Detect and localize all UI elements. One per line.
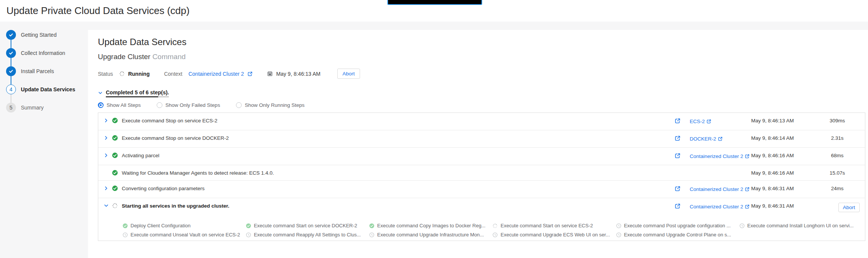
- success-check-icon: [369, 223, 374, 228]
- success-check-icon: [112, 135, 118, 141]
- pending-clock-icon: [739, 223, 745, 228]
- step-duration: 15.07s: [815, 170, 860, 176]
- filter-radio-show-all-steps[interactable]: Show All Steps: [98, 102, 141, 108]
- open-step-details-icon[interactable]: [675, 153, 690, 159]
- external-link-icon: [745, 204, 750, 209]
- substep-item: Execute command Upgrade Infrastructure M…: [369, 232, 489, 238]
- wizard-step-install-parcels[interactable]: Install Parcels: [6, 66, 88, 76]
- wizard-step-getting-started[interactable]: Getting Started: [6, 30, 88, 40]
- radio-selected-icon[interactable]: [98, 102, 104, 108]
- context-link[interactable]: Containerized Cluster 2: [189, 71, 244, 77]
- main-panel: Update Data Services Upgrade Cluster Com…: [88, 30, 868, 258]
- open-in-new-icon[interactable]: [745, 204, 750, 209]
- abort-command-button[interactable]: Abort: [337, 69, 360, 79]
- spinner-icon: [492, 223, 498, 228]
- substep-label: Execute command Install Longhorn UI on s…: [747, 223, 854, 228]
- success-check-icon: [112, 170, 118, 176]
- substep-label: Execute command Copy Images to Docker Re…: [377, 223, 485, 228]
- redacted-input-box[interactable]: [387, 0, 482, 5]
- wizard-connector-line: [11, 58, 11, 66]
- step-duration: 68ms: [815, 152, 860, 158]
- step-label: Waiting for Cloudera Manager Agents to d…: [122, 170, 675, 176]
- success-check-icon: [112, 185, 118, 191]
- substep-pending-icon: [616, 232, 621, 238]
- expand-step-chevron[interactable]: [104, 117, 112, 123]
- pending-clock-icon: [616, 232, 621, 238]
- substep-item: Deploy Client Configuration: [123, 223, 242, 228]
- wizard-step-label: Getting Started: [21, 32, 57, 38]
- step-duration: 309ms: [815, 117, 860, 124]
- open-in-new-icon[interactable]: [247, 71, 253, 77]
- open-step-details-icon[interactable]: [675, 186, 690, 192]
- chevron-spacer: [104, 170, 112, 170]
- filter-radio-show-only-running-steps[interactable]: Show Only Running Steps: [236, 102, 305, 108]
- step-row: Activating parcelContainerized Cluster 2…: [98, 148, 865, 165]
- wizard-step-collect-information[interactable]: Collect Information: [6, 48, 88, 58]
- step-context-link[interactable]: ECS-2: [690, 119, 705, 124]
- step-context-link[interactable]: DOCKER-2: [690, 136, 716, 142]
- substep-label: Execute command Post upgrade configurati…: [624, 223, 731, 228]
- substep-pending-icon: [616, 223, 621, 228]
- pending-clock-icon: [369, 232, 374, 238]
- spinner-icon: [112, 203, 118, 209]
- step-label: Execute command Stop on service DOCKER-2: [122, 135, 675, 141]
- substep-item: Execute command Start on service DOCKER-…: [246, 223, 365, 228]
- step-row: Starting all services in the upgraded cl…: [98, 198, 865, 238]
- step-context-link[interactable]: Containerized Cluster 2: [690, 204, 743, 210]
- chevron-down-icon: [98, 91, 103, 95]
- step-complete-icon: [6, 66, 16, 76]
- step-success-icon: [112, 135, 122, 141]
- status-value: Running: [128, 71, 150, 77]
- open-step-details-icon[interactable]: [675, 135, 690, 141]
- open-in-new-icon[interactable]: [718, 136, 723, 141]
- chevron-right-icon: [104, 186, 109, 191]
- radio-unselected-icon[interactable]: [157, 102, 162, 108]
- step-success-icon: [112, 152, 122, 158]
- step-success-icon: [112, 117, 122, 124]
- open-in-new-icon[interactable]: [745, 187, 750, 192]
- open-step-details-icon[interactable]: [675, 203, 690, 209]
- open-in-new-icon[interactable]: [745, 154, 750, 159]
- progress-toggle[interactable]: Completed 5 of 6 step(s).: [98, 89, 868, 97]
- external-link-icon: [675, 203, 681, 209]
- expand-step-chevron[interactable]: [104, 152, 112, 158]
- radio-unselected-icon[interactable]: [236, 102, 242, 108]
- wizard-step-update-data-services[interactable]: 4Update Data Services: [6, 84, 88, 94]
- status-label: Status: [98, 71, 113, 77]
- pending-clock-icon: [492, 232, 498, 238]
- context-label: Context: [164, 71, 182, 77]
- substep-label: Execute command Start on service ECS-2: [500, 223, 593, 228]
- substep-label: Execute command Start on service DOCKER-…: [254, 223, 357, 228]
- step-row: Execute command Stop on service ECS-2ECS…: [98, 113, 865, 130]
- substep-pending-icon: [246, 232, 251, 238]
- step-start-time: May 9, 8:46:14 AM: [751, 135, 815, 141]
- chevron-down-icon: [104, 203, 109, 208]
- step-context-link[interactable]: Containerized Cluster 2: [690, 186, 743, 192]
- command-name: Upgrade Cluster: [98, 53, 150, 61]
- filter-radio-show-only-failed-steps[interactable]: Show Only Failed Steps: [157, 102, 220, 108]
- filter-label: Show All Steps: [107, 102, 141, 108]
- wizard-step-label: Summary: [21, 105, 44, 111]
- step-label: Starting all services in the upgraded cl…: [122, 203, 675, 209]
- wizard-step-summary[interactable]: 5Summary: [6, 103, 88, 113]
- step-context-link[interactable]: Containerized Cluster 2: [690, 153, 743, 159]
- substep-label: Execute command Upgrade ECS Web UI on se…: [500, 232, 610, 238]
- external-link-icon: [745, 154, 750, 159]
- collapse-step-chevron[interactable]: [104, 203, 112, 208]
- expand-step-chevron[interactable]: [104, 185, 112, 191]
- step-filters: Show All StepsShow Only Failed StepsShow…: [98, 102, 868, 108]
- chevron-right-icon: [104, 153, 109, 158]
- step-row: Execute command Stop on service DOCKER-2…: [98, 130, 865, 148]
- substep-success-icon: [369, 223, 374, 228]
- open-step-details-icon[interactable]: [675, 118, 690, 124]
- wizard-step-label: Update Data Services: [21, 86, 75, 92]
- step-duration: 2.31s: [815, 135, 860, 141]
- expand-step-chevron[interactable]: [104, 135, 112, 141]
- wizard-nav: Getting StartedCollect InformationInstal…: [0, 22, 88, 121]
- substep-pending-icon: [739, 223, 745, 228]
- substep-item: Execute command Upgrade ECS Web UI on se…: [492, 232, 612, 238]
- open-in-new-icon[interactable]: [706, 119, 711, 124]
- step-start-time: May 9, 8:46:13 AM: [751, 117, 815, 124]
- abort-step-button[interactable]: Abort: [838, 203, 860, 212]
- chevron-down-icon[interactable]: [98, 89, 103, 95]
